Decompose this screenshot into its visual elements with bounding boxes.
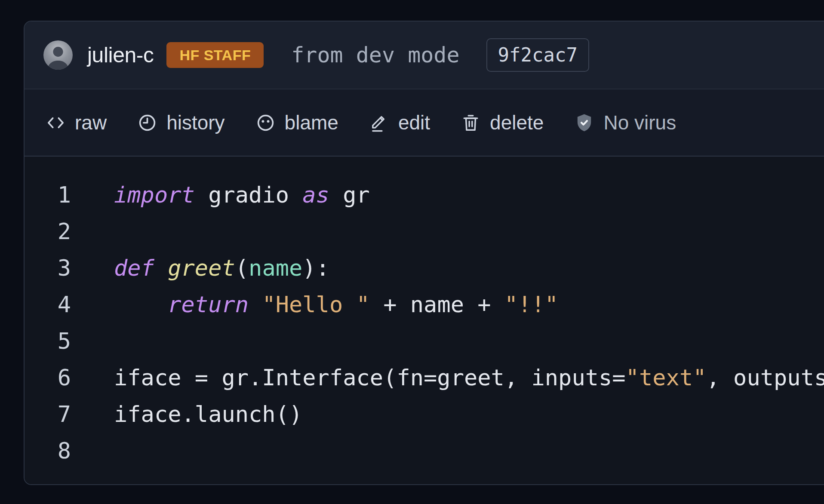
avatar-person-icon — [43, 40, 73, 70]
line-number[interactable]: 3 — [25, 255, 71, 281]
edit-button[interactable]: edit — [369, 111, 430, 134]
code-line-text: import gradio as gr — [114, 182, 370, 208]
delete-button[interactable]: delete — [461, 111, 544, 134]
line-number[interactable]: 1 — [25, 182, 71, 208]
code-line: 8 — [25, 432, 824, 469]
blame-button[interactable]: blame — [255, 111, 338, 134]
blame-label: blame — [285, 111, 338, 134]
edit-label: edit — [398, 111, 430, 134]
raw-button[interactable]: raw — [46, 111, 107, 134]
commit-hash-button[interactable]: 9f2cac7 — [486, 38, 589, 72]
line-number[interactable]: 7 — [25, 401, 71, 427]
line-number[interactable]: 5 — [25, 328, 71, 354]
code-line: 2 — [25, 213, 824, 249]
code-line: 3def greet(name): — [25, 249, 824, 286]
history-label: history — [166, 111, 224, 134]
raw-label: raw — [75, 111, 107, 134]
pencil-icon — [369, 113, 389, 133]
shield-check-icon — [574, 113, 594, 133]
line-number[interactable]: 8 — [25, 438, 71, 464]
code-line: 7iface.launch() — [25, 396, 824, 432]
commit-message-link[interactable]: from dev mode — [291, 43, 459, 68]
line-number[interactable]: 6 — [25, 365, 71, 390]
code-line: 6iface = gr.Interface(fn=greet, inputs="… — [25, 359, 824, 396]
line-number[interactable]: 2 — [25, 218, 71, 244]
clock-icon — [137, 113, 157, 133]
virus-scan-status[interactable]: No virus — [574, 111, 676, 134]
history-button[interactable]: history — [137, 111, 224, 134]
commit-header: julien-c HF STAFF from dev mode 9f2cac7 — [25, 22, 824, 89]
file-viewer-card: julien-c HF STAFF from dev mode 9f2cac7 … — [24, 21, 824, 485]
code-line: 5 — [25, 323, 824, 359]
code-line: 4 return "Hello " + name + "!!" — [25, 286, 824, 323]
code-line-text: iface = gr.Interface(fn=greet, inputs="t… — [114, 365, 824, 390]
code-line-text: iface.launch() — [114, 401, 302, 427]
hf-staff-badge: HF STAFF — [166, 42, 264, 68]
file-toolbar: raw history blame edit — [25, 89, 824, 157]
user-avatar[interactable] — [43, 40, 73, 70]
username-link[interactable]: julien-c — [87, 43, 154, 68]
code-line-text: def greet(name): — [114, 255, 329, 281]
line-number[interactable]: 4 — [25, 292, 71, 317]
delete-label: delete — [490, 111, 544, 134]
no-virus-label: No virus — [603, 111, 676, 134]
trash-icon — [461, 113, 481, 133]
code-icon — [46, 113, 66, 133]
code-content: 1import gradio as gr23def greet(name):4 … — [25, 157, 824, 484]
code-line-text: return "Hello " + name + "!!" — [114, 292, 558, 317]
blame-face-icon — [255, 113, 276, 133]
code-line: 1import gradio as gr — [25, 176, 824, 213]
